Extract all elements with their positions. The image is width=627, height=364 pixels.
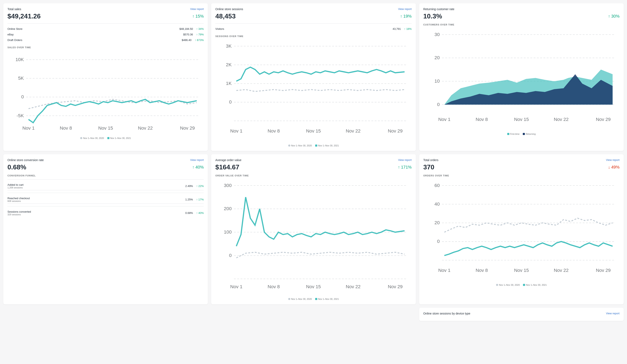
sessions-converted-row: Sessions converted 329 sessions 0.68% ↑ …: [7, 209, 204, 217]
svg-text:20: 20: [434, 220, 440, 225]
avg-order-value-change: ↑ 171%: [398, 165, 412, 170]
order-value-chart-legend: Nov 1–Nov 30, 2020 Nov 1–Nov 30, 2021: [215, 298, 412, 300]
added-to-cart-value: 2.49%: [185, 184, 193, 187]
svg-text:Nov 22: Nov 22: [138, 126, 153, 131]
returning-customer-title: Returning customer rate: [423, 7, 454, 11]
svg-text:Nov 15: Nov 15: [514, 117, 529, 122]
avg-order-value-card: Average order value View report $164.67 …: [211, 154, 416, 304]
svg-text:Nov 1: Nov 1: [22, 126, 35, 131]
svg-text:Nov 29: Nov 29: [180, 126, 195, 131]
svg-text:40: 40: [434, 201, 440, 207]
svg-text:3K: 3K: [226, 44, 232, 49]
customers-chart: 30 20 10 0 Nov 1 Nov 8 Nov 15 Nov 22 Nov…: [423, 28, 620, 131]
conversion-rate-title: Online store conversion rate: [7, 158, 44, 162]
total-sales-value: $49,241.26: [7, 12, 41, 20]
svg-text:Nov 8: Nov 8: [60, 126, 72, 131]
draft-orders-value: $486.40: [182, 39, 191, 42]
customers-chart-legend: First-time Returning: [423, 133, 620, 135]
avg-order-value-view-report[interactable]: View report: [398, 158, 412, 162]
svg-text:10K: 10K: [15, 57, 24, 62]
orders-legend-2021: Nov 1–Nov 30, 2021: [523, 284, 547, 286]
total-orders-view-report[interactable]: View report: [606, 158, 620, 162]
svg-text:Nov 8: Nov 8: [268, 128, 280, 134]
sales-chart-legend: Nov 1–Nov 30, 2020 Nov 1–Nov 30, 2021: [7, 137, 204, 139]
total-orders-title: Total orders: [423, 158, 438, 162]
online-sessions-value: 48,453: [215, 12, 236, 20]
draft-orders-label: Draft Orders: [7, 39, 22, 42]
sales-over-time-title: SALES OVER TIME: [7, 46, 204, 49]
svg-text:300: 300: [224, 183, 232, 188]
sessions-chart-legend: Nov 1–Nov 30, 2020 Nov 1–Nov 30, 2021: [215, 144, 412, 147]
online-sessions-title: Online store sessions: [215, 7, 243, 11]
svg-text:200: 200: [224, 206, 232, 211]
svg-text:Nov 8: Nov 8: [475, 268, 488, 273]
legend-dot-2020: [80, 137, 82, 139]
svg-text:Nov 1: Nov 1: [230, 128, 242, 134]
reached-checkout-label: Reached checkout: [7, 197, 30, 200]
metric-row-ebay: eBay $570.36 ↑ 79%: [7, 32, 204, 37]
online-sessions-change: ↑ 19%: [400, 14, 412, 19]
orders-over-time-title: ORDERS OVER TIME: [423, 174, 620, 177]
svg-text:Nov 8: Nov 8: [268, 284, 280, 289]
orders-chart: 60 40 20 0 Nov 1 Nov 8 Nov 15 Nov 22 Nov…: [423, 179, 620, 282]
svg-text:Nov 1: Nov 1: [438, 268, 450, 273]
order-value-legend-2020: Nov 1–Nov 30, 2020: [288, 298, 312, 300]
total-sales-view-report[interactable]: View report: [190, 7, 204, 10]
svg-text:Nov 1: Nov 1: [230, 284, 242, 289]
sessions-legend-2020: Nov 1–Nov 30, 2020: [288, 144, 312, 147]
order-value-over-time-title: ORDER VALUE OVER TIME: [215, 174, 412, 177]
sessions-legend-dot-2020: [288, 144, 290, 147]
svg-text:Nov 22: Nov 22: [346, 128, 361, 134]
online-store-value: $48,184.50: [179, 27, 193, 30]
svg-text:30: 30: [434, 32, 440, 37]
total-orders-change: ↓ 49%: [608, 165, 620, 170]
orders-legend-dot-2020: [496, 284, 498, 286]
svg-text:Nov 29: Nov 29: [596, 268, 610, 273]
total-orders-card: Total orders View report 370 ↓ 49% ORDER…: [419, 154, 624, 304]
svg-text:Nov 15: Nov 15: [514, 268, 529, 273]
reached-checkout-value: 1.25%: [185, 198, 193, 201]
returning-customer-value: 10.3%: [423, 12, 442, 20]
total-sales-change: ↑ 15%: [192, 14, 204, 19]
legend-2021: Nov 1–Nov 30, 2021: [107, 137, 131, 139]
svg-text:Nov 22: Nov 22: [346, 284, 361, 289]
online-store-label: Online Store: [7, 27, 22, 30]
total-orders-value: 370: [423, 163, 434, 171]
legend-2020: Nov 1–Nov 30, 2020: [80, 137, 104, 139]
sessions-by-device-view-report[interactable]: View report: [606, 312, 620, 315]
sessions-by-device-title: Online store sessions by device type: [423, 312, 470, 315]
total-sales-card: Total sales View report $49,241.26 ↑ 15%…: [3, 3, 208, 151]
order-value-chart: 300 200 100 0 Nov 1 Nov 8 Nov 15 Nov 22 …: [215, 179, 412, 296]
svg-text:0: 0: [229, 253, 232, 258]
order-value-chart-svg: 300 200 100 0 Nov 1 Nov 8 Nov 15 Nov 22 …: [215, 179, 412, 295]
sessions-legend-2021: Nov 1–Nov 30, 2021: [315, 144, 339, 147]
avg-order-value-value: $164.67: [215, 163, 239, 171]
metric-row-visitors: Visitors 43,791 ↑ 18%: [215, 26, 412, 32]
svg-text:Nov 29: Nov 29: [388, 128, 403, 134]
orders-chart-svg: 60 40 20 0 Nov 1 Nov 8 Nov 15 Nov 22 Nov…: [423, 179, 620, 281]
sales-chart: 10K 5K 0 -5K Nov 1 Nov 8 Nov 15 Nov 22 N…: [7, 50, 204, 135]
conversion-rate-change: ↑ 40%: [192, 165, 204, 170]
conversion-rate-value: 0.68%: [7, 163, 26, 171]
metric-row-online-store: Online Store $48,184.50 ↑ 34%: [7, 26, 204, 32]
svg-text:0: 0: [21, 94, 24, 99]
orders-chart-legend: Nov 1–Nov 30, 2020 Nov 1–Nov 30, 2021: [423, 284, 620, 286]
legend-first-time: First-time: [507, 133, 520, 135]
online-sessions-view-report[interactable]: View report: [398, 7, 412, 10]
svg-text:Nov 8: Nov 8: [475, 117, 488, 122]
conversion-rate-view-report[interactable]: View report: [190, 158, 204, 162]
conversion-rate-card: Online store conversion rate View report…: [3, 154, 208, 304]
reached-checkout-sublabel: 608 sessions: [7, 200, 30, 202]
total-sales-title: Total sales: [7, 7, 21, 11]
online-store-change: ↑ 34%: [196, 27, 204, 30]
svg-text:Nov 15: Nov 15: [306, 128, 321, 134]
sessions-by-device-card: Online store sessions by device type Vie…: [419, 308, 624, 321]
online-sessions-card: Online store sessions View report 48,453…: [211, 3, 416, 151]
ebay-change: ↑ 79%: [196, 33, 204, 36]
visitors-label: Visitors: [215, 27, 224, 30]
sessions-converted-value: 0.68%: [185, 211, 193, 215]
svg-text:Nov 29: Nov 29: [388, 284, 403, 289]
svg-text:Nov 22: Nov 22: [554, 117, 568, 122]
sessions-converted-label: Sessions converted: [7, 210, 31, 213]
svg-text:Nov 29: Nov 29: [596, 117, 610, 122]
